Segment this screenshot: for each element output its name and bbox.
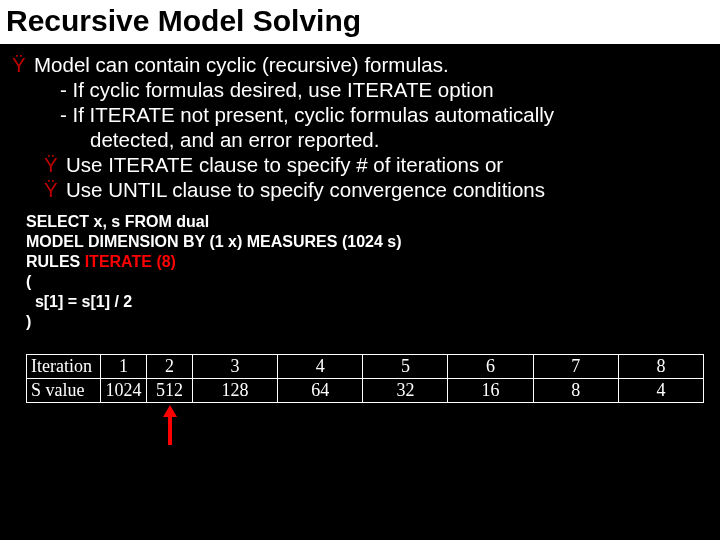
code-line: RULES ITERATE (8) — [26, 252, 712, 272]
bullet-text: Use ITERATE clause to specify # of itera… — [66, 152, 712, 177]
slide-content: Ÿ Model can contain cyclic (recursive) f… — [0, 44, 720, 453]
cell: 32 — [363, 379, 448, 403]
code-line: ) — [26, 312, 712, 332]
table-row: Iteration 1 2 3 4 5 6 7 8 — [27, 355, 704, 379]
cell: 4 — [278, 355, 363, 379]
bullet-text: Model can contain cyclic (recursive) for… — [34, 52, 712, 77]
bullet-text: detected, and an error reported. — [34, 127, 712, 152]
bullet-glyph: Ÿ — [8, 152, 66, 177]
bullet-item: Ÿ Use ITERATE clause to specify # of ite… — [8, 152, 712, 177]
cell: 16 — [448, 379, 533, 403]
up-arrow-icon — [163, 405, 177, 445]
title-bar: Recursive Model Solving — [0, 0, 720, 44]
bullet-glyph: Ÿ — [8, 52, 34, 77]
arrow-annotation — [26, 403, 712, 453]
code-keyword-iterate: ITERATE (8) — [85, 253, 176, 270]
cell: 2 — [147, 355, 193, 379]
bullet-text: - If cyclic formulas desired, use ITERAT… — [34, 77, 712, 102]
cell: 512 — [147, 379, 193, 403]
code-line: MODEL DIMENSION BY (1 x) MEASURES (1024 … — [26, 232, 712, 252]
bullet-spacer — [8, 127, 34, 152]
cell: 8 — [618, 355, 703, 379]
cell: 64 — [278, 379, 363, 403]
cell: 3 — [193, 355, 278, 379]
bullet-spacer — [8, 77, 34, 102]
cell: 4 — [618, 379, 703, 403]
bullet-item: Ÿ Model can contain cyclic (recursive) f… — [8, 52, 712, 77]
iteration-table: Iteration 1 2 3 4 5 6 7 8 S value 1024 5… — [8, 354, 712, 403]
bullet-subitem-cont: detected, and an error reported. — [8, 127, 712, 152]
data-table: Iteration 1 2 3 4 5 6 7 8 S value 1024 5… — [26, 354, 704, 403]
bullet-list: Ÿ Model can contain cyclic (recursive) f… — [8, 52, 712, 202]
code-text: RULES — [26, 253, 85, 270]
cell: 5 — [363, 355, 448, 379]
page-title: Recursive Model Solving — [6, 4, 714, 38]
cell: 7 — [533, 355, 618, 379]
bullet-text: - If ITERATE not present, cyclic formula… — [34, 102, 712, 127]
bullet-text: Use UNTIL clause to specify convergence … — [66, 177, 712, 202]
code-line: s[1] = s[1] / 2 — [26, 292, 712, 312]
cell: 1 — [101, 355, 147, 379]
row-label: Iteration — [27, 355, 101, 379]
code-block: SELECT x, s FROM dual MODEL DIMENSION BY… — [8, 212, 712, 332]
bullet-subitem: - If ITERATE not present, cyclic formula… — [8, 102, 712, 127]
row-label: S value — [27, 379, 101, 403]
cell: 6 — [448, 355, 533, 379]
code-line: SELECT x, s FROM dual — [26, 212, 712, 232]
cell: 8 — [533, 379, 618, 403]
bullet-subitem: - If cyclic formulas desired, use ITERAT… — [8, 77, 712, 102]
bullet-glyph: Ÿ — [8, 177, 66, 202]
bullet-item: Ÿ Use UNTIL clause to specify convergenc… — [8, 177, 712, 202]
code-line: ( — [26, 272, 712, 292]
cell: 128 — [193, 379, 278, 403]
table-row: S value 1024 512 128 64 32 16 8 4 — [27, 379, 704, 403]
bullet-spacer — [8, 102, 34, 127]
cell: 1024 — [101, 379, 147, 403]
